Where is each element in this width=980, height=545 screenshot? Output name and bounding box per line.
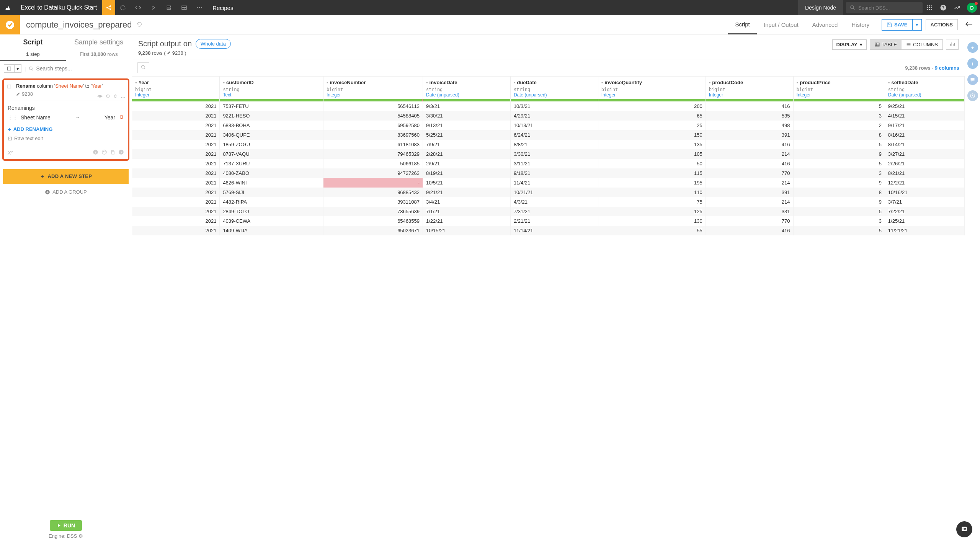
code-icon[interactable] [131,0,146,15]
cell[interactable]: 2021 [132,216,220,226]
cell[interactable]: 3/4/21 [423,197,510,207]
cell[interactable]: 9221-HESO [220,111,323,121]
tab-input-output[interactable]: Input / Output [757,15,805,34]
cell[interactable]: 2021 [132,101,220,111]
cell[interactable]: 2021 [132,226,220,235]
cell[interactable]: 5 [793,159,885,168]
cell[interactable]: 3/27/21 [885,149,964,159]
cell[interactable]: 8/19/21 [423,168,510,178]
cell[interactable]: 7/1/21 [423,207,510,216]
tab-script[interactable]: Script [728,15,756,34]
cell[interactable]: 214 [706,178,793,188]
column-header-invoiceQuantity[interactable]: ▪invoiceQuantity bigint Integer [598,77,706,101]
cell[interactable]: 3/7/21 [885,197,964,207]
cell[interactable]: 9/21/21 [423,188,510,197]
cell[interactable]: 9 [793,197,885,207]
tab-history[interactable]: History [844,15,876,34]
cell[interactable]: 2/21/21 [510,216,598,226]
cell[interactable]: 2021 [132,159,220,168]
cell[interactable]: 115 [598,168,706,178]
cell[interactable]: 69592580 [323,121,423,130]
cell[interactable]: 2849-TOLO [220,207,323,216]
dataiku-logo[interactable] [0,4,15,11]
copy-step-icon[interactable] [110,150,115,156]
cell[interactable]: 55 [598,226,706,235]
search-steps[interactable] [29,65,128,72]
cell[interactable]: 12/2/21 [885,178,964,188]
help-step-icon[interactable]: ? [118,149,124,156]
delete-step-icon[interactable] [113,94,118,100]
column-header-productPrice[interactable]: ▪productPrice bigint Integer [793,77,885,101]
cell[interactable]: 4039-CEWA [220,216,323,226]
eye-icon[interactable] [97,94,103,100]
nav-label[interactable]: Recipes [207,5,238,11]
cell[interactable]: 214 [706,197,793,207]
cell[interactable]: 11/21/21 [885,226,964,235]
info-step-icon[interactable]: i [93,149,98,156]
cell[interactable]: 2021 [132,111,220,121]
save-dropdown[interactable]: ▾ [912,20,921,30]
table-row[interactable]: 20212849-TOLO736556397/1/217/31/21125331… [132,207,965,216]
cell[interactable]: 4/15/21 [885,111,964,121]
cell[interactable]: 6883-BOHA [220,121,323,130]
cell[interactable]: 2/9/21 [423,159,510,168]
select-all-checkbox[interactable]: ☐ [4,64,15,73]
cell[interactable]: 3/30/21 [510,149,598,159]
cell[interactable]: 150 [598,130,706,140]
cell[interactable]: 416 [706,140,793,149]
cell[interactable]: 65468559 [323,216,423,226]
power-icon[interactable] [106,94,110,100]
cell[interactable]: 5 [793,101,885,111]
chart-view-button[interactable] [946,39,959,50]
add-new-step-button[interactable]: ＋ ADD A NEW STEP [3,169,129,184]
cell[interactable]: 94727263 [323,168,423,178]
cell[interactable]: 535 [706,111,793,121]
cell[interactable]: 2/28/21 [423,149,510,159]
cell[interactable]: 1/25/21 [885,216,964,226]
sidebar-subtab-steps[interactable]: 1 step [0,50,66,61]
column-header-invoiceNumber[interactable]: ▪invoiceNumber bigint Integer [323,77,423,101]
table-row[interactable]: 20211409-WIJA6502367110/15/2111/14/21554… [132,226,965,235]
run-button[interactable]: RUN [50,520,82,531]
column-header-settledDate[interactable]: ▪settledDate string Date (unparsed) [885,77,964,101]
table-row[interactable]: 20214626-WINI-10/5/2111/4/21195214912/2/… [132,178,965,188]
cell[interactable]: 8 [793,130,885,140]
rail-chat-icon[interactable] [967,74,978,85]
cell[interactable]: 54588405 [323,111,423,121]
stack-icon[interactable] [161,0,176,15]
cell[interactable]: 61181083 [323,140,423,149]
cell[interactable]: 11/4/21 [510,178,598,188]
cell[interactable]: 130 [598,216,706,226]
cell[interactable]: 10/3/21 [510,101,598,111]
sidebar-tab-sample[interactable]: Sample settings [66,34,132,50]
cell[interactable]: 3 [793,168,885,178]
intercom-fab[interactable] [956,521,972,537]
cell[interactable]: 5066185 [323,159,423,168]
raw-text-edit[interactable]: Raw text edit [8,135,124,141]
tab-advanced[interactable]: Advanced [805,15,845,34]
cell[interactable]: 7537-FETU [220,101,323,111]
cell[interactable]: - [323,178,423,188]
apps-icon[interactable] [923,5,936,11]
cell[interactable]: 79465329 [323,149,423,159]
cell[interactable]: 9/18/21 [510,168,598,178]
table-row[interactable]: 20218787-VAQU794653292/28/213/30/2110521… [132,149,965,159]
cell[interactable]: 416 [706,226,793,235]
table-row[interactable]: 20217537-FETU565461139/3/2110/3/21200416… [132,101,965,111]
trend-icon[interactable] [950,5,964,10]
save-button[interactable]: SAVE ▾ [882,19,921,31]
palette-icon[interactable] [101,149,107,156]
cell[interactable]: 9 [793,149,885,159]
cell[interactable]: 195 [598,178,706,188]
cell[interactable]: 3 [793,216,885,226]
cell[interactable]: 125 [598,207,706,216]
design-node-label[interactable]: Design Node [798,0,843,15]
cell[interactable]: 4080-ZABO [220,168,323,178]
cell[interactable]: 391 [706,130,793,140]
table-row[interactable]: 20213406-QUPE836975605/25/216/24/2115039… [132,130,965,140]
cell[interactable]: 5 [793,226,885,235]
step-more-icon[interactable] [121,94,126,100]
cell[interactable]: 73655639 [323,207,423,216]
project-name[interactable]: Excel to Dataiku Quick Start [15,4,102,11]
cell[interactable]: 110 [598,188,706,197]
